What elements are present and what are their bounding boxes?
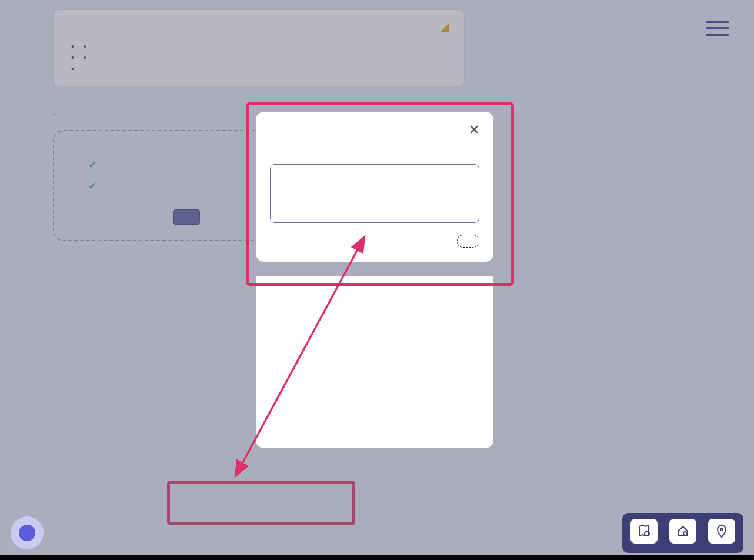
os-taskbar xyxy=(0,555,754,560)
close-icon[interactable]: ✕ xyxy=(469,122,479,138)
update-textarea[interactable] xyxy=(270,164,479,223)
house-search-icon xyxy=(669,519,696,544)
svg-point-5 xyxy=(720,528,723,531)
search-address-button[interactable] xyxy=(669,519,696,547)
update-plan-modal: ✕ xyxy=(256,112,493,262)
hamburger-menu-button[interactable] xyxy=(706,16,729,40)
chat-widget-button[interactable] xyxy=(11,516,44,549)
search-plot-button[interactable] xyxy=(630,519,658,547)
chat-icon xyxy=(19,525,35,541)
point-on-map-button[interactable] xyxy=(708,519,735,547)
map-search-icon xyxy=(630,519,658,544)
svg-point-4 xyxy=(683,532,687,535)
map-toolbar xyxy=(622,513,743,553)
submit-update-button[interactable] xyxy=(457,235,479,248)
modal-background-extension xyxy=(256,276,493,448)
pin-icon xyxy=(708,519,735,544)
